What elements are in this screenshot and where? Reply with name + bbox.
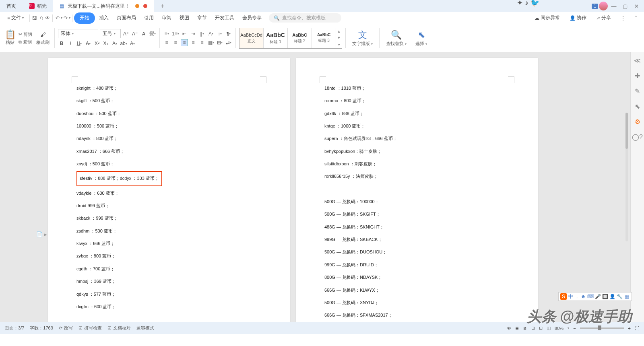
cut-button[interactable]: ✂ 剪切 [19,31,32,37]
tab-add-button[interactable]: + [158,1,167,11]
align-dist-icon[interactable]: ≡ [198,39,206,46]
side-assistant-icon[interactable]: ✚ [634,72,642,80]
side-collapse-icon[interactable]: ≪ [634,56,642,64]
indent-icon[interactable]: ⇥ [190,30,197,37]
status-page[interactable]: 页面：3/7 [5,325,24,331]
status-words[interactable]: 字数：1763 [30,325,53,331]
page-left[interactable]: sknight ：488 蓝币；skgift ：500 蓝币；duoshou ：… [48,58,290,322]
menu-dev[interactable]: 开发工具 [211,12,238,24]
collapse-ribbon-icon[interactable]: ˆ [631,12,641,24]
select-button[interactable]: ⬉选择 ▾ [412,28,430,48]
phonetic-icon[interactable]: 變▾ [149,30,156,37]
menu-start[interactable]: 开始 [74,12,95,24]
font-color-icon[interactable]: A▾ [111,40,118,47]
preview-icon[interactable]: 👁 [44,15,51,21]
menu-member[interactable]: 会员专享 [238,12,266,24]
tab-document[interactable]: ▤天极下载—文...换码在这里！ [53,0,154,12]
zoom-in-icon[interactable]: + [628,326,631,331]
typeset-button[interactable]: 文文字排版 ▾ [349,28,376,48]
underline-icon[interactable]: U▾ [76,40,83,47]
menu-review[interactable]: 审阅 [158,12,175,24]
style-prev-icon[interactable]: ▲ [337,29,341,33]
status-docproof[interactable]: ☑ 文档校对 [107,325,131,331]
align-justify-icon[interactable]: ≡ [181,39,188,46]
close-button[interactable]: ✕ [631,1,642,11]
superscript-icon[interactable]: X² [93,40,101,47]
numbering-icon[interactable]: 1≡▾ [172,30,179,37]
tab-docke[interactable]: D稻壳 [23,0,53,12]
copy-button[interactable]: ⧉ 复制 [19,39,32,45]
menu-insert[interactable]: 插入 [95,12,113,24]
style-next-icon[interactable]: ▼ [337,36,341,40]
status-spellcheck[interactable]: ☑ 拼写检查 [78,325,102,331]
save-icon[interactable]: 🖫 [31,15,38,21]
tab-home[interactable]: 首页 [0,0,23,12]
view-web-icon[interactable]: ⊡ [539,325,543,331]
char-shade-icon[interactable]: A▾ [129,40,136,47]
search-input[interactable]: 🔍 查找命令、搜索模板 [269,13,341,23]
collab-button[interactable]: 👤 协作 [566,12,590,24]
style-h1[interactable]: AaBbC标题 1 [264,28,288,48]
side-pen-icon[interactable]: ✎ [634,87,642,95]
fullscreen-icon[interactable]: ⛶ [635,326,639,331]
style-h3[interactable]: AaBbC标题 3 [312,28,336,48]
status-rewrite[interactable]: ⟳ 改写 [59,325,73,331]
scrollbar[interactable] [625,113,628,241]
view-page-icon[interactable]: 🗎 [523,326,527,331]
menu-chapter[interactable]: 章节 [193,12,211,24]
side-cursor-icon[interactable]: ⬉ [634,102,642,110]
zoom-out-icon[interactable]: − [573,326,576,331]
textdirection-icon[interactable]: A▾ [207,30,215,37]
align-right-icon[interactable]: ≡ [190,39,197,46]
page-right[interactable]: 18ntd ：1010 蓝币；rommo ：800 蓝币；gdx6k ：888 … [296,58,538,322]
sync-status[interactable]: ☁ 同步异常 [530,12,564,24]
minimize-button[interactable]: — [609,1,619,11]
view-outline-icon[interactable]: ⊞ [531,325,535,331]
font-size-select[interactable]: 五号▾ [100,29,121,38]
align-left-icon[interactable]: ≡ [163,39,170,46]
notif-badge[interactable]: 1 [592,4,598,9]
outdent-icon[interactable]: ⇤ [181,30,188,37]
style-gallery[interactable]: AaBbCcDd正文 AaBbC标题 1 AaBbC标题 2 AaBbC标题 3… [239,28,342,49]
shading-icon[interactable]: ▦▾ [207,39,215,46]
side-settings-icon[interactable]: ⚙ [634,117,642,126]
sort-icon[interactable]: ↕▾ [216,30,223,37]
italic-icon[interactable]: I [67,40,74,47]
avatar[interactable] [599,2,608,10]
menu-ref[interactable]: 引用 [140,12,158,24]
font-name-select[interactable]: 宋体▾ [58,29,98,38]
shrink-font-icon[interactable]: A⁻ [131,30,138,37]
share-button[interactable]: ↗ 分享 [592,12,615,24]
bullets-icon[interactable]: ≡▾ [163,30,170,37]
menu-layout[interactable]: 页面布局 [113,12,140,24]
zoom-slider[interactable] [580,327,624,329]
strike-icon[interactable]: A̶▾ [85,40,92,47]
ime-indicator[interactable]: S 中， ☻⌨🎤🔲 👤🔧▦ [558,292,632,301]
style-body[interactable]: AaBbCcDd正文 [239,28,264,48]
maximize-button[interactable]: ▢ [620,1,630,11]
subscript-icon[interactable]: X₂ [102,40,109,47]
app-menu-button[interactable]: ≡ 文件 ▾ [3,12,28,24]
pilcrow-icon[interactable]: ¶▾ [225,30,232,37]
print-icon[interactable]: ⎙ [38,15,44,21]
format-brush-icon[interactable]: 🖌 [39,31,47,39]
more-menu-icon[interactable]: ⋮ [617,12,630,24]
menu-view[interactable]: 视图 [175,12,193,24]
status-compat[interactable]: 兼容模式 [136,325,154,331]
undo-icon[interactable]: ↶ [54,15,61,21]
zoom-value[interactable]: 80% [555,326,564,331]
borders-icon[interactable]: ⊞▾ [216,39,223,46]
dot-close-icon[interactable] [143,4,147,8]
style-more-icon[interactable]: ▾ [338,43,340,47]
paste-icon[interactable]: 📋 [6,31,14,39]
view-read-icon[interactable]: ≣ [515,325,519,331]
view-eye-icon[interactable]: 👁 [507,326,511,331]
side-help-icon[interactable]: ◯? [634,133,642,141]
grow-font-icon[interactable]: A⁺ [122,30,130,37]
clear-format-icon[interactable]: A̶ [140,30,147,37]
page-gutter-icon[interactable]: 📄 ▸ [36,231,47,237]
highlight-icon[interactable]: ab▾ [120,40,127,47]
linespacing-icon[interactable]: ‖▾ [198,30,206,37]
view-dual-icon[interactable]: ◫ [547,325,551,331]
scrollbar-thumb[interactable] [625,113,628,149]
